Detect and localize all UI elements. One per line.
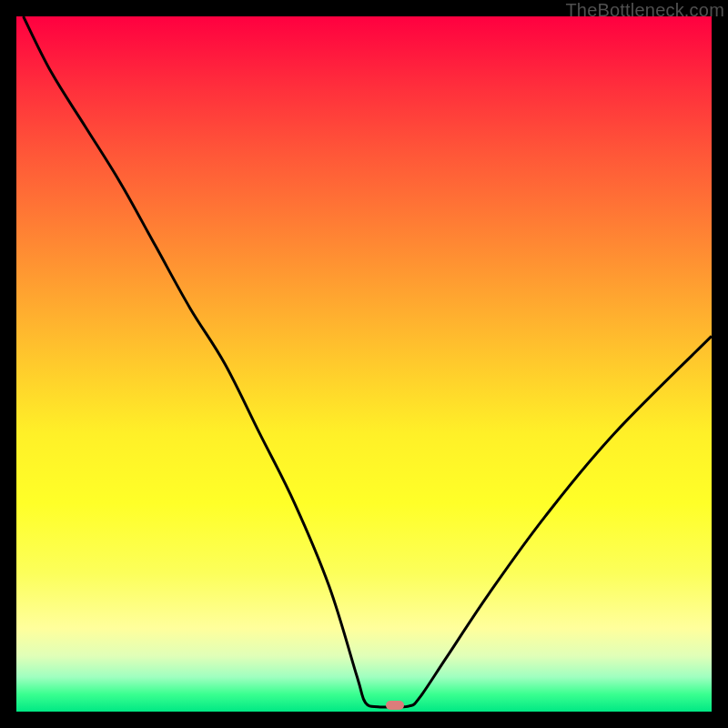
curve-layer — [16, 16, 712, 712]
optimal-point-marker — [386, 701, 404, 710]
bottleneck-curve — [24, 16, 712, 707]
watermark-text: TheBottleneck.com — [565, 0, 724, 21]
plot-area — [16, 16, 712, 712]
canvas: TheBottleneck.com — [0, 0, 728, 728]
